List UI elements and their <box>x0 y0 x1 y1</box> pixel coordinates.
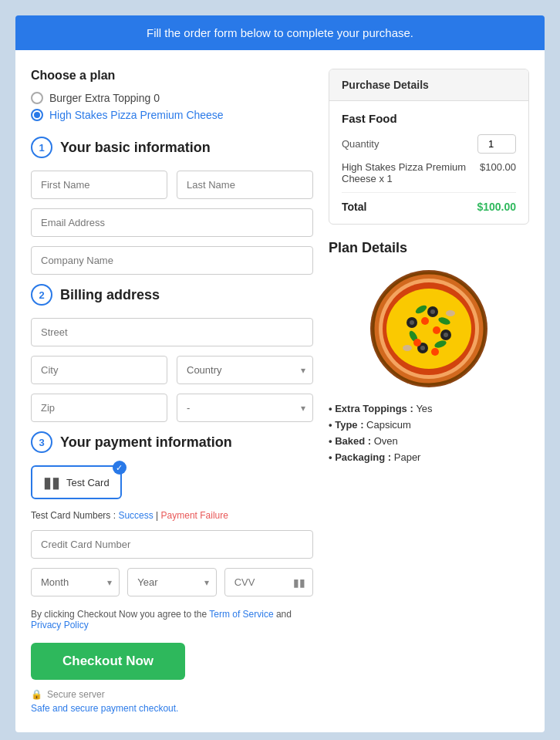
test-card-prefix: Test Card Numbers : <box>31 510 118 521</box>
terms-prefix: By clicking Checkout Now you agree to th… <box>31 609 209 620</box>
street-row <box>31 318 313 346</box>
choose-plan-title: Choose a plan <box>31 69 313 83</box>
item-row: High Stakes Pizza Premium Cheese x 1 $10… <box>342 161 516 193</box>
terms-middle: and <box>276 609 292 620</box>
city-input[interactable] <box>31 356 167 384</box>
feature-extra-toppings: Extra Toppings : Yes <box>329 403 529 414</box>
quantity-label: Quantity <box>342 138 379 150</box>
banner-text: Fill the order form below to complete yo… <box>147 26 413 39</box>
step1-header: 1 Your basic information <box>31 137 313 158</box>
step2-header: 2 Billing address <box>31 284 313 306</box>
total-row: Total $100.00 <box>342 201 516 213</box>
last-name-input[interactable] <box>177 171 313 199</box>
top-banner: Fill the order form below to complete yo… <box>15 15 545 50</box>
svg-point-20 <box>413 339 421 346</box>
state-wrapper: - <box>177 394 313 422</box>
left-column: Choose a plan Burger Extra Topping 0 Hig… <box>31 69 329 714</box>
failure-link[interactable]: Payment Failure <box>161 510 228 521</box>
pizza-image <box>367 267 491 390</box>
street-input[interactable] <box>31 318 313 346</box>
expiry-cvv-row: Month 01020304 05060708 09101112 Year 20… <box>31 568 313 596</box>
plan-option-2-label: High Stakes Pizza Premium Cheese <box>49 109 224 121</box>
company-field <box>31 246 313 275</box>
cc-row <box>31 530 313 559</box>
purchase-details-body: Fast Food Quantity High Stakes Pizza Pre… <box>329 101 528 224</box>
step1-number: 1 <box>39 142 44 154</box>
last-name-field <box>177 171 313 199</box>
feature-packaging: Packaging : Paper <box>329 451 529 463</box>
svg-point-18 <box>421 317 429 325</box>
step3-title: Your payment information <box>60 434 232 451</box>
success-link[interactable]: Success <box>118 510 153 521</box>
street-field <box>31 318 313 346</box>
zip-state-row: - <box>31 394 313 422</box>
email-field <box>31 208 313 237</box>
feature-type: Type : Capsicum <box>329 419 529 431</box>
main-container: Choose a plan Burger Extra Topping 0 Hig… <box>15 50 545 732</box>
checkout-button[interactable]: Checkout Now <box>31 643 185 680</box>
radio-pizza[interactable] <box>31 109 43 121</box>
privacy-link[interactable]: Privacy Policy <box>31 620 89 630</box>
svg-point-23 <box>403 345 412 351</box>
plan-option-2[interactable]: High Stakes Pizza Premium Cheese <box>31 109 313 121</box>
cvv-wrapper: ▮▮ <box>224 568 313 596</box>
svg-point-19 <box>433 326 440 334</box>
plan-option-1[interactable]: Burger Extra Topping 0 <box>31 92 313 104</box>
plan-details-section: Plan Details <box>329 240 529 463</box>
total-price: $100.00 <box>477 201 516 213</box>
name-row <box>31 171 313 199</box>
country-wrapper: Country <box>177 356 313 384</box>
svg-point-21 <box>431 348 439 356</box>
secure-server: 🔒 Secure server <box>31 689 313 700</box>
step2-circle: 2 <box>31 284 52 306</box>
test-card-option[interactable]: ▮▮ Test Card ✓ <box>31 465 122 499</box>
month-select[interactable]: Month 01020304 05060708 09101112 <box>31 568 120 596</box>
plan-details-title: Plan Details <box>329 240 529 256</box>
svg-point-15 <box>444 333 448 337</box>
page-wrapper: Fill the order form below to complete yo… <box>15 15 545 732</box>
plan-options: Burger Extra Topping 0 High Stakes Pizza… <box>31 92 313 121</box>
purchase-details-box: Purchase Details Fast Food Quantity High… <box>329 69 529 225</box>
plan-option-1-label: Burger Extra Topping 0 <box>49 92 160 104</box>
cvv-card-icon: ▮▮ <box>293 576 305 589</box>
company-row <box>31 246 313 275</box>
svg-point-22 <box>446 310 455 316</box>
email-row <box>31 208 313 237</box>
state-select[interactable]: - <box>177 394 313 422</box>
cc-input[interactable] <box>31 530 313 559</box>
step3-number: 3 <box>39 437 44 448</box>
company-input[interactable] <box>31 246 313 275</box>
quantity-input[interactable] <box>477 134 516 154</box>
svg-point-11 <box>430 309 435 314</box>
card-icon: ▮▮ <box>43 473 60 492</box>
city-country-row: Country <box>31 356 313 384</box>
zip-input[interactable] <box>31 394 167 422</box>
safe-text: Safe and secure payment checkout. <box>31 703 313 714</box>
country-select[interactable]: Country <box>177 356 313 384</box>
svg-point-5 <box>386 289 471 369</box>
city-field <box>31 356 167 384</box>
terms-text: By clicking Checkout Now you agree to th… <box>31 609 313 630</box>
quantity-row: Quantity <box>342 134 516 154</box>
radio-burger[interactable] <box>31 92 43 104</box>
step3-header: 3 Your payment information <box>31 431 313 453</box>
svg-point-17 <box>420 346 425 350</box>
right-column: Purchase Details Fast Food Quantity High… <box>329 69 529 714</box>
tos-link[interactable]: Term of Service <box>209 609 273 620</box>
year-select[interactable]: Year 20242025202620272028 <box>127 568 216 596</box>
first-name-input[interactable] <box>31 171 167 199</box>
item-price: $100.00 <box>480 161 516 184</box>
email-input[interactable] <box>31 208 313 237</box>
secure-text: Secure server <box>47 689 105 700</box>
plan-features: Extra Toppings : Yes Type : Capsicum Bak… <box>329 403 529 463</box>
year-wrapper: Year 20242025202620272028 <box>127 568 216 596</box>
total-label: Total <box>342 201 366 213</box>
step3-circle: 3 <box>31 431 52 453</box>
lock-icon: 🔒 <box>31 689 42 700</box>
step1-circle: 1 <box>31 137 52 158</box>
svg-point-13 <box>410 320 414 325</box>
purchase-category: Fast Food <box>342 112 516 125</box>
purchase-details-header: Purchase Details <box>329 69 528 101</box>
test-card-info: Test Card Numbers : Success | Payment Fa… <box>31 510 313 521</box>
feature-baked: Baked : Oven <box>329 435 529 447</box>
